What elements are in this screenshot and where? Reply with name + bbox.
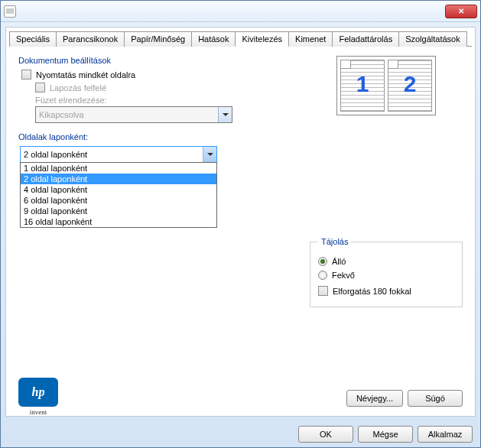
orientation-legend: Tájolás — [318, 237, 351, 246]
tab-speci-lis[interactable]: Speciális — [9, 31, 57, 47]
layout-preview: 1 2 — [336, 56, 436, 115]
booklet-layout-label: Füzet elrendezése: — [35, 96, 279, 105]
orientation-portrait-label: Álló — [332, 257, 346, 266]
booklet-layout-value: Kikapcsolva — [39, 110, 84, 119]
pages-per-sheet-option[interactable]: 4 oldal laponként — [21, 184, 216, 195]
apply-button[interactable]: Alkalmaz — [418, 426, 473, 443]
pages-per-sheet-option[interactable]: 16 oldal laponként — [21, 216, 216, 227]
preview-page-2: 2 — [388, 60, 432, 112]
ok-button[interactable]: OK — [298, 426, 353, 443]
print-both-sides-checkbox[interactable] — [21, 70, 31, 80]
orientation-landscape-radio[interactable] — [318, 271, 327, 280]
pages-per-sheet-value: 2 oldal laponként — [24, 150, 87, 159]
close-button[interactable]: ✕ — [445, 5, 477, 18]
preview-page-1: 1 — [340, 60, 385, 112]
tab-strip: SpeciálisParancsikonokPapír/MinőségHatás… — [9, 31, 472, 47]
hp-logo: hp invent — [18, 378, 58, 407]
booklet-layout-select: Kikapcsolva — [35, 106, 232, 123]
chevron-down-icon — [218, 107, 232, 122]
tab-hat-sok[interactable]: Hatások — [191, 31, 236, 47]
tab-feladatt-rol-s[interactable]: Feladattárolás — [332, 31, 399, 47]
pages-per-sheet-option[interactable]: 6 oldal laponként — [21, 195, 216, 206]
orientation-portrait-radio[interactable] — [318, 257, 327, 266]
pages-per-sheet-dropdown: 1 oldal laponként2 oldal laponként4 olda… — [20, 162, 217, 228]
pages-per-sheet-option[interactable]: 9 oldal laponként — [21, 206, 216, 216]
tab-kimenet[interactable]: Kimenet — [288, 31, 333, 47]
tab-szolg-ltat-sok[interactable]: Szolgáltatások — [398, 31, 467, 47]
tab-parancsikonok[interactable]: Parancsikonok — [56, 31, 125, 47]
doc-settings-label: Dokumentum beállítások — [18, 56, 279, 65]
pages-per-sheet-option[interactable]: 2 oldal laponként — [21, 174, 216, 184]
chevron-down-icon[interactable] — [203, 147, 216, 162]
flip-up-checkbox — [35, 83, 45, 93]
pages-per-sheet-label: Oldalak laponként: — [18, 132, 279, 141]
rotate-180-checkbox[interactable] — [318, 286, 328, 296]
about-button[interactable]: Névjegy... — [346, 390, 403, 407]
printer-icon — [4, 5, 16, 18]
help-button[interactable]: Súgó — [408, 390, 463, 407]
orientation-landscape-label: Fekvő — [332, 271, 355, 280]
orientation-group: Tájolás Álló Fekvő Elforgatás 180 fokkal — [310, 237, 463, 307]
cancel-button[interactable]: Mégse — [358, 426, 413, 443]
pages-per-sheet-option[interactable]: 1 oldal laponként — [21, 163, 216, 174]
pages-per-sheet-select[interactable]: 2 oldal laponként 1 oldal laponként2 old… — [20, 146, 217, 163]
rotate-180-label: Elforgatás 180 fokkal — [333, 287, 411, 296]
print-both-sides-label: Nyomtatás mindkét oldalra — [36, 70, 135, 80]
flip-up-label: Lapozás felfelé — [50, 83, 106, 93]
tab-kivitelez-s[interactable]: Kivitelezés — [235, 31, 289, 47]
tab-pap-r-min-s-g[interactable]: Papír/Minőség — [124, 31, 192, 47]
